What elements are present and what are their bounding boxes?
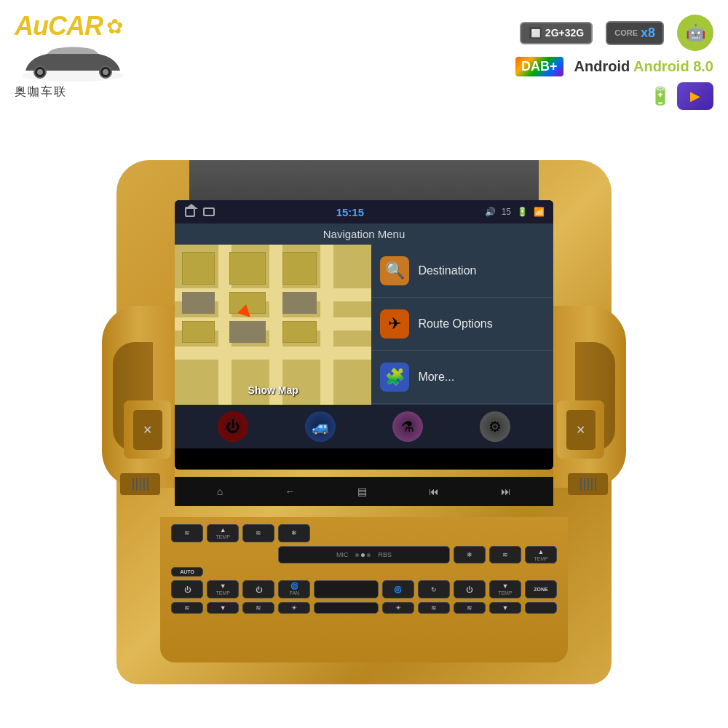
monitor-icon[interactable] — [202, 205, 215, 218]
ctrl-center-display: MIC RBS — [278, 546, 449, 564]
ctrl-btn-temp-up-l[interactable]: ▲TEMP — [207, 524, 239, 542]
ctrl-btn-ac[interactable]: ❄ — [278, 524, 310, 542]
ctrl-btn-airflow-low-l[interactable]: ▼ — [207, 602, 239, 614]
home-nav-button[interactable]: ⌂ — [217, 486, 223, 497]
more-label: More... — [418, 371, 454, 384]
show-map-label: Show Map — [248, 384, 298, 396]
fan-icon: ✿ — [106, 15, 123, 39]
battery-status-icon: 🔋 — [517, 207, 528, 217]
map-block — [282, 252, 317, 285]
chemistry-button[interactable]: ⚗ — [392, 411, 423, 442]
map-block — [182, 252, 215, 285]
ctrl-btn-center-3 — [314, 602, 378, 614]
core-spec: CORE x8 — [606, 21, 664, 45]
ctrl-btn-heated-seat-l[interactable]: ≋ — [171, 524, 203, 542]
right-handle — [553, 306, 626, 488]
map-block — [182, 292, 215, 314]
ctrl-btn-power-l[interactable]: ⏻ — [171, 580, 203, 598]
svg-point-4 — [103, 69, 108, 75]
ctrl-btn-circ-r[interactable]: ↻ — [418, 580, 450, 598]
media-play-icon: ▶ — [677, 82, 713, 110]
memory-spec: 🔲 2G+32G — [520, 22, 593, 44]
left-deco-piece: ✕ — [124, 400, 171, 459]
media-prev-button[interactable]: ⏮ — [429, 486, 439, 497]
ctrl-btn-temp-up-r[interactable]: ▲TEMP — [525, 546, 557, 564]
media-next-button[interactable]: ⏭ — [501, 486, 511, 497]
vent-line — [595, 478, 596, 491]
route-options-icon: ✈ — [380, 309, 409, 339]
battery-charging-icon: 🔋 — [649, 86, 671, 106]
ctrl-btn-seat-cool-r[interactable]: ≋ — [454, 602, 486, 614]
controls-area: ≋ ▲TEMP ≋ ❄ MIC RBS ❄ ≋ ▲TEMP AUTO ⏻ ▼TE… — [160, 517, 568, 662]
dot-indicator — [355, 553, 371, 557]
ctrl-btn-fan-r[interactable]: 🌀 — [382, 580, 414, 598]
dot-active — [361, 553, 365, 557]
vent-line — [143, 478, 145, 491]
vent-line — [132, 478, 134, 491]
ctrl-btn-sun-1[interactable]: ☀ — [278, 602, 310, 614]
ctrl-btn-sun-2[interactable]: ☀ — [382, 602, 414, 614]
status-right: 🔊 15 🔋 📶 — [485, 207, 545, 217]
android-version: Android Android 8.0 — [574, 58, 713, 75]
ctrl-btn-center-2 — [314, 580, 378, 598]
specs-bottom-row: 🔋 ▶ — [649, 82, 713, 110]
map-block — [282, 292, 317, 314]
more-menu-item[interactable]: 🧩 More... — [371, 351, 553, 404]
menu-panel: 🔍 Destination ✈ Route Options 🧩 More... — [371, 245, 553, 405]
status-bar: 15:15 🔊 15 🔋 📶 — [175, 200, 553, 223]
left-handle — [102, 306, 175, 488]
ctrl-btn-heated-wheel[interactable]: ≋ — [242, 524, 274, 542]
brand-subtitle: 奥咖车联 — [15, 84, 67, 100]
logo-section: AuCAR ✿ 奥咖车联 — [15, 11, 131, 100]
vent-line — [584, 478, 585, 491]
vent-line — [587, 478, 589, 491]
right-deco-piece: ✕ — [557, 400, 604, 459]
right-deco-inner: ✕ — [566, 410, 596, 450]
car-app-button[interactable]: 🚙 — [305, 411, 336, 442]
ctrl-btn-rear-r[interactable]: ≋ — [418, 602, 450, 614]
map-block — [282, 321, 317, 343]
android-logo-icon: 🤖 — [677, 15, 713, 51]
status-left — [183, 205, 215, 218]
map-block — [229, 321, 266, 343]
menu-nav-button[interactable]: ▤ — [357, 486, 367, 497]
ctrl-btn-heated-wheel-r[interactable]: ≋ — [489, 546, 521, 564]
logo-brand: AuCAR ✿ — [15, 11, 123, 41]
ctrl-btn-zone[interactable]: ZONE — [525, 580, 557, 598]
ctrl-btn-rear-l[interactable]: ≋ — [242, 602, 274, 614]
ctrl-btn-ac-r[interactable]: ❄ — [454, 546, 486, 564]
power-button[interactable]: ⏻ — [218, 411, 248, 442]
ctrl-btn-power-r[interactable]: ⏻ — [454, 580, 486, 598]
vent-line — [580, 478, 582, 491]
map-block — [182, 321, 215, 343]
ctrl-btn-temp-down-l[interactable]: ▼TEMP — [207, 580, 239, 598]
destination-menu-item[interactable]: 🔍 Destination — [371, 245, 553, 298]
volume-icon: 🔊 — [485, 207, 496, 217]
ctrl-btn-airflow-low-r[interactable]: ▼ — [489, 602, 521, 614]
more-icon: 🧩 — [380, 363, 409, 392]
ctrl-btn-auto[interactable]: AUTO — [171, 567, 203, 577]
ctrl-btn-seat-cool-l[interactable]: ≋ — [171, 602, 203, 614]
brand-name: AuCAR — [15, 11, 103, 41]
svg-point-2 — [37, 69, 43, 75]
ctrl-btn-fan-speed[interactable]: 🌀FAN — [278, 580, 310, 598]
route-options-menu-item[interactable]: ✈ Route Options — [371, 298, 553, 351]
specs-section: 🔲 2G+32G CORE x8 🤖 DAB+ Android Android … — [515, 11, 713, 110]
map-road — [320, 245, 333, 405]
touchscreen[interactable]: 15:15 🔊 15 🔋 📶 Navigation Menu — [175, 200, 553, 470]
volume-level: 15 — [502, 207, 511, 217]
vent-line — [147, 478, 149, 491]
settings-button[interactable]: ⚙ — [480, 411, 510, 442]
right-vent — [568, 473, 608, 495]
controls-row-2: ⏻ ▼TEMP ⏻ 🌀FAN 🌀 ↻ ⏻ ▼TEMP ZONE — [171, 580, 557, 598]
ctrl-btn-temp-down-r[interactable]: ▼TEMP — [489, 580, 521, 598]
vent-line — [140, 478, 141, 491]
map-panel[interactable]: ▶ Show Map — [175, 245, 371, 405]
destination-icon: 🔍 — [380, 256, 409, 285]
app-bar: ⏻ 🚙 ⚗ ⚙ — [175, 405, 553, 448]
ctrl-btn-vent-l[interactable]: ⏻ — [242, 580, 274, 598]
back-nav-button[interactable]: ← — [285, 486, 295, 497]
specs-mid-row: DAB+ Android Android 8.0 — [515, 57, 713, 76]
home-icon[interactable] — [183, 205, 197, 218]
controls-row-3: ≋ ▼ ≋ ☀ ☀ ≋ ≋ ▼ — [171, 602, 557, 614]
